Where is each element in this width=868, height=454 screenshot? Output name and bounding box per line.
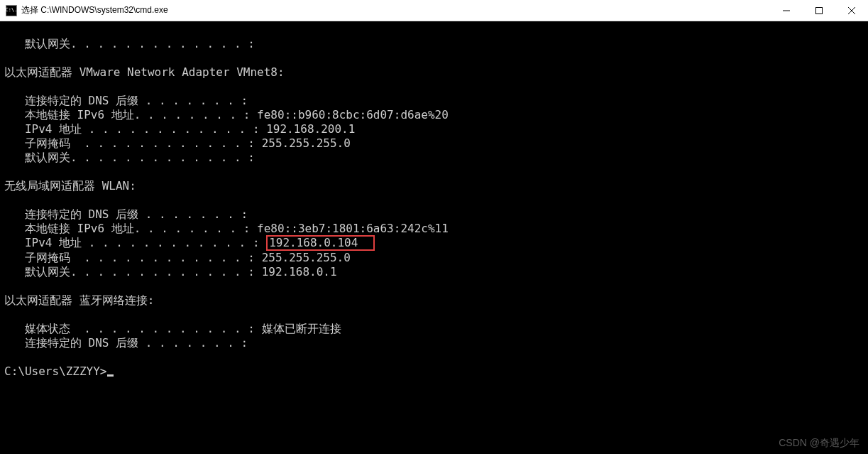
ipv6-line: 本地链接 IPv6 地址. . . . . . . . : fe80::b960…: [4, 108, 864, 122]
gateway-value: 192.168.0.1: [262, 265, 337, 279]
window-title: 选择 C:\WINDOWS\system32\cmd.exe: [21, 4, 168, 16]
close-button[interactable]: [835, 0, 868, 21]
dns-suffix-line: 连接特定的 DNS 后缀 . . . . . . . :: [4, 336, 864, 350]
terminal-output[interactable]: 默认网关. . . . . . . . . . . . . :以太网适配器 VM…: [0, 21, 868, 454]
adapter-header: 以太网适配器 蓝牙网络连接:: [4, 293, 864, 308]
blank-line: [4, 165, 864, 179]
ipv4-value: 192.168.200.1: [266, 122, 355, 136]
subnet-value: 255.255.255.0: [262, 136, 351, 150]
media-state-value: 媒体已断开连接: [262, 322, 341, 335]
blank-line: [4, 279, 864, 293]
watermark-text: CSDN @奇遇少年: [779, 436, 859, 450]
ipv4-label: IPv4 地址 . . . . . . . . . . . . :: [4, 122, 266, 136]
subnet-label: 子网掩码 . . . . . . . . . . . . :: [4, 251, 262, 264]
media-state-line: 媒体状态 . . . . . . . . . . . . : 媒体已断开连接: [4, 322, 864, 336]
dns-suffix-line: 连接特定的 DNS 后缀 . . . . . . . :: [4, 207, 864, 222]
maximize-button[interactable]: [803, 0, 835, 21]
title-bar: C:\. 选择 C:\WINDOWS\system32\cmd.exe: [0, 0, 868, 21]
cmd-icon-text: C:\.: [6, 8, 18, 13]
ipv6-value: fe80::b960:8cbc:6d07:d6ae%20: [257, 108, 449, 121]
cmd-icon: C:\.: [6, 5, 17, 16]
ipv6-line: 本地链接 IPv6 地址. . . . . . . . : fe80::3eb7…: [4, 222, 864, 236]
terminal-content: 默认网关. . . . . . . . . . . . . :以太网适配器 VM…: [4, 37, 864, 379]
blank-line: [4, 193, 864, 207]
gateway-line: 默认网关. . . . . . . . . . . . . :: [4, 151, 864, 165]
dns-suffix-line: 连接特定的 DNS 后缀 . . . . . . . :: [4, 94, 864, 108]
prompt-text: C:\Users\ZZZYY>: [4, 364, 107, 378]
adapter-header: 以太网适配器 VMware Network Adapter VMnet8:: [4, 65, 864, 80]
blank-line: [4, 51, 864, 65]
output-line: 默认网关. . . . . . . . . . . . . :: [4, 37, 864, 51]
subnet-line: 子网掩码 . . . . . . . . . . . . : 255.255.2…: [4, 136, 864, 151]
gateway-line: 默认网关. . . . . . . . . . . . . : 192.168.…: [4, 265, 864, 279]
window-controls: [770, 0, 868, 21]
ipv6-label: 本地链接 IPv6 地址. . . . . . . . :: [4, 222, 257, 235]
subnet-value: 255.255.255.0: [262, 251, 351, 264]
blank-line: [4, 80, 864, 94]
subnet-line: 子网掩码 . . . . . . . . . . . . : 255.255.2…: [4, 251, 864, 265]
blank-line: [4, 308, 864, 322]
ipv6-label: 本地链接 IPv6 地址. . . . . . . . :: [4, 108, 257, 121]
ipv4-line: IPv4 地址 . . . . . . . . . . . . : 192.16…: [4, 122, 864, 136]
svg-rect-1: [816, 8, 823, 14]
prompt-line: C:\Users\ZZZYY>: [4, 364, 864, 379]
media-state-label: 媒体状态 . . . . . . . . . . . . :: [4, 322, 262, 335]
subnet-label: 子网掩码 . . . . . . . . . . . . :: [4, 136, 262, 150]
minimize-button[interactable]: [770, 0, 803, 21]
ipv4-line: IPv4 地址 . . . . . . . . . . . . : 192.16…: [4, 236, 864, 251]
cursor-icon: [107, 374, 114, 377]
adapter-header: 无线局域网适配器 WLAN:: [4, 179, 864, 193]
highlighted-ip: 192.168.0.104: [266, 235, 375, 251]
ipv6-value: fe80::3eb7:1801:6a63:242c%11: [257, 222, 449, 235]
blank-line: [4, 350, 864, 364]
gateway-label: 默认网关. . . . . . . . . . . . . :: [4, 265, 262, 279]
ipv4-label: IPv4 地址 . . . . . . . . . . . . :: [4, 236, 266, 249]
